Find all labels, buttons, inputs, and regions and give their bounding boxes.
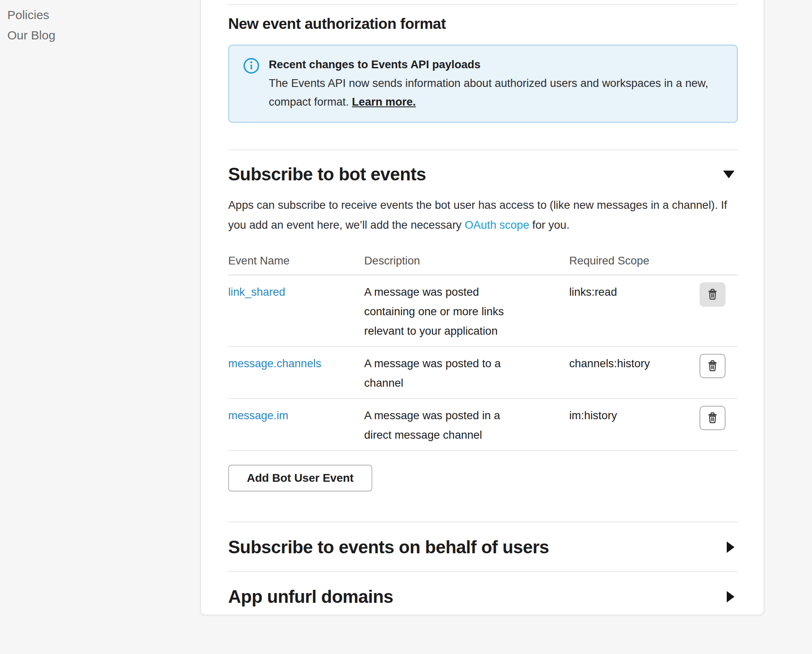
trash-icon — [706, 411, 719, 425]
info-banner: Recent changes to Events API payloads Th… — [228, 45, 738, 123]
info-banner-text: Recent changes to Events API payloads Th… — [269, 55, 722, 111]
event-description: A message was posted to a channel — [364, 354, 515, 393]
event-link-message-im[interactable]: message.im — [228, 409, 288, 422]
event-link-message-channels[interactable]: message.channels — [228, 357, 321, 370]
app-unfurl-domains-title: App unfurl domains — [228, 587, 393, 607]
collapse-caret-right-icon[interactable] — [727, 591, 734, 602]
column-header-description: Description — [364, 254, 569, 267]
table-row: message.channels A message was posted to… — [228, 347, 738, 399]
delete-event-button[interactable] — [700, 354, 726, 378]
collapse-caret-down-icon[interactable] — [723, 171, 734, 178]
event-description: A message was posted in a direct message… — [364, 406, 515, 445]
bot-events-header: Subscribe to bot events — [228, 164, 738, 184]
app-unfurl-domains-toggle[interactable]: App unfurl domains — [228, 572, 738, 615]
page: Policies Our Blog New event authorizatio… — [0, 0, 812, 654]
bot-events-table: Event Name Description Required Scope li… — [228, 252, 738, 451]
table-row: message.im A message was posted in a dir… — [228, 399, 738, 451]
table-header-row: Event Name Description Required Scope — [228, 252, 738, 275]
info-banner-title: Recent changes to Events API payloads — [269, 58, 481, 71]
delete-event-button[interactable] — [700, 282, 726, 307]
delete-event-button[interactable] — [700, 406, 726, 430]
event-required-scope: channels:history — [569, 354, 699, 393]
event-required-scope: links:read — [569, 282, 699, 341]
event-required-scope: im:history — [569, 406, 699, 445]
trash-icon — [706, 288, 719, 302]
sidebar-link-our-blog[interactable]: Our Blog — [7, 25, 55, 45]
divider — [228, 149, 738, 150]
table-row: link_shared A message was posted contain… — [228, 275, 738, 347]
info-banner-body: The Events API now sends information abo… — [269, 77, 708, 108]
info-icon — [243, 57, 260, 76]
learn-more-link[interactable]: Learn more. — [352, 95, 416, 108]
add-bot-user-event-button[interactable]: Add Bot User Event — [228, 465, 372, 492]
event-link-link-shared[interactable]: link_shared — [228, 286, 285, 298]
oauth-scope-link[interactable]: OAuth scope — [464, 219, 529, 231]
column-header-actions — [699, 254, 738, 267]
column-header-event-name: Event Name — [228, 254, 364, 267]
trash-icon — [706, 359, 719, 373]
sidebar-link-policies[interactable]: Policies — [7, 5, 55, 25]
event-description: A message was posted containing one or m… — [364, 282, 515, 341]
user-events-title: Subscribe to events on behalf of users — [228, 537, 549, 557]
new-event-format-title: New event authorization format — [228, 15, 738, 32]
user-events-section-toggle[interactable]: Subscribe to events on behalf of users — [228, 522, 738, 571]
column-header-required-scope: Required Scope — [569, 254, 699, 267]
bot-events-description: Apps can subscribe to receive events the… — [228, 195, 738, 235]
description-text-end: for you. — [529, 219, 569, 231]
divider — [228, 4, 738, 5]
event-subscriptions-card: New event authorization format Recent ch… — [200, 0, 764, 615]
collapse-caret-right-icon[interactable] — [727, 541, 734, 553]
bot-events-title: Subscribe to bot events — [228, 164, 426, 184]
sidebar: Policies Our Blog — [7, 5, 55, 45]
